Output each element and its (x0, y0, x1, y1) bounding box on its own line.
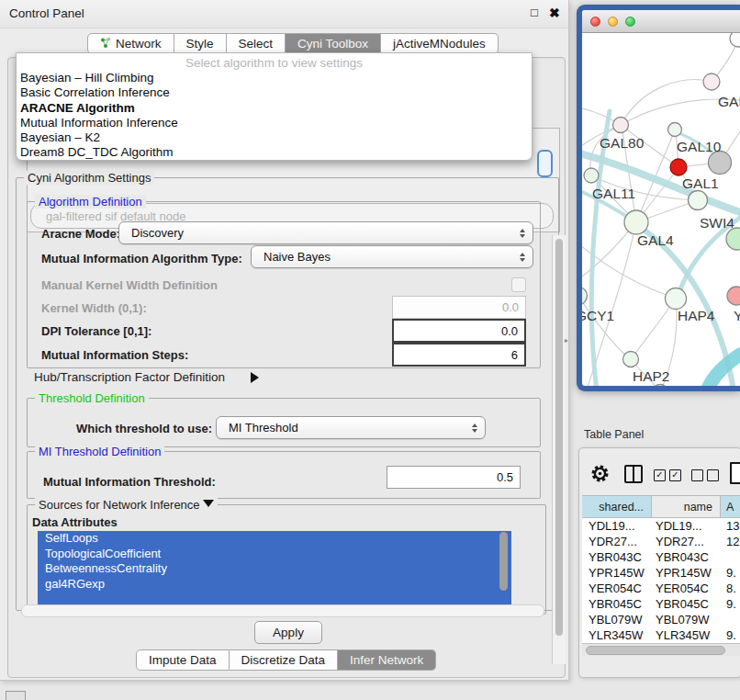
aracne-mode-combo[interactable]: Discovery (118, 221, 533, 244)
table-row[interactable]: YDL19...YDL19...13 (582, 518, 740, 534)
dpi-tolerance-label: DPI Tolerance [0,1]: (41, 324, 151, 338)
stepper-arrows-icon (520, 229, 525, 238)
column-layout-icon[interactable] (624, 465, 643, 483)
network-node-swi4[interactable] (726, 228, 740, 250)
table-hscrollbar-thumb[interactable] (586, 646, 725, 655)
network-node-unlabeled[interactable] (670, 159, 687, 175)
table-hscrollbar[interactable] (582, 643, 740, 656)
tab-select[interactable]: Select (227, 33, 286, 54)
tab-discretize-data[interactable]: Discretize Data (230, 649, 339, 671)
dpi-tolerance-field[interactable]: 0.0 (392, 319, 526, 343)
data-attributes-label: Data Attributes (32, 515, 118, 529)
algorithm-option-aracne-algorithm[interactable]: ARACNE Algorithm (20, 101, 528, 116)
tab-cyni-toolbox[interactable]: Cyni Toolbox (286, 33, 381, 54)
panel-splitter-handle-icon[interactable]: ▸ (565, 336, 568, 344)
attribute-item-selfloops[interactable]: SelfLoops (38, 531, 511, 547)
mi-algorithm-type-combo[interactable]: Naive Bayes (251, 245, 533, 268)
table-cell: YDR27... (652, 535, 721, 548)
network-node-unlabeled[interactable] (709, 152, 732, 175)
attribute-item-betweennesscentrality[interactable]: BetweennessCentrality (38, 561, 511, 577)
gear-icon[interactable] (590, 464, 610, 483)
mi-steps-label: Mutual Information Steps: (41, 348, 188, 362)
checked-checkbox-icon[interactable]: ✓ (654, 469, 666, 481)
apply-button[interactable]: Apply (254, 621, 322, 644)
float-window-icon[interactable]: □ (531, 6, 538, 19)
collapsed-panel-chip[interactable] (6, 691, 26, 700)
stepper-arrows-icon (472, 423, 477, 433)
network-node-gal11[interactable] (584, 168, 599, 183)
table-cell: YLR345W (582, 628, 652, 642)
new-table-icon[interactable] (730, 462, 740, 484)
network-canvas[interactable]: GALGAL80GAL10GAL1GAL11GAL4SWI4GCY1HAP4YH… (582, 33, 740, 387)
algorithm-option-bayesian-hill-climbing[interactable]: Bayesian – Hill Climbing (20, 71, 528, 85)
table-row[interactable]: YBR043CYBR043C (582, 549, 740, 565)
network-node-gal4[interactable] (624, 210, 648, 234)
attribute-item-gal4rgexp[interactable]: gal4RGexp (38, 577, 511, 593)
network-node-gcy1[interactable] (582, 288, 588, 305)
mi-threshold-definition-title: MI Threshold Definition (35, 445, 164, 458)
network-node-gal[interactable] (703, 73, 720, 90)
table-cell: YLR345W (652, 628, 721, 642)
table-row[interactable]: YPR145WYPR145W9. (582, 565, 740, 581)
network-node-unlabeled[interactable] (730, 33, 740, 47)
network-node-gal10[interactable] (668, 123, 682, 137)
network-view-window: GALGAL80GAL10GAL1GAL11GAL4SWI4GCY1HAP4YH… (577, 5, 740, 391)
unchecked-checkbox-icon[interactable] (691, 469, 703, 481)
tab-network[interactable]: Network (87, 33, 174, 54)
attribute-item-partial[interactable] (38, 592, 511, 604)
table-cell: YBL079W (582, 613, 652, 627)
table-row[interactable]: YLR345WYLR345W9. (582, 627, 740, 643)
network-node-label-hap4: HAP4 (678, 308, 715, 323)
settings-vscrollbar[interactable] (552, 235, 566, 664)
column-header-name[interactable]: name (652, 496, 721, 517)
control-panel-titlebar: Control Panel □ ✖ (0, 0, 568, 28)
network-node-label-gal10: GAL10 (677, 139, 722, 154)
manual-kernel-width-label: Manual Kernel Width Definition (41, 278, 218, 292)
zoom-traffic-light-icon[interactable] (625, 17, 635, 27)
table-cell: 13 (721, 519, 740, 533)
table-row[interactable]: YBL079WYBL079W (582, 612, 740, 627)
network-node-label-gal: GAL (718, 94, 740, 109)
close-window-icon[interactable]: ✖ (549, 6, 560, 20)
collapse-down-arrow-icon[interactable] (203, 500, 214, 507)
table-row[interactable]: YDR27...YDR27...12 (582, 534, 740, 549)
algorithm-option-bayesian-k2[interactable]: Bayesian – K2 (20, 130, 528, 145)
attribute-item-topologicalcoefficient[interactable]: TopologicalCoefficient (38, 547, 511, 562)
network-node-y[interactable] (727, 287, 740, 305)
checked-checkbox-icon[interactable]: ✓ (669, 469, 681, 481)
table-row[interactable]: YER054CYER054C8. (582, 581, 740, 596)
close-traffic-light-icon[interactable] (590, 17, 600, 27)
algorithm-option-dream8-dc-tdc-algorithm[interactable]: Dream8 DC_TDC Algorithm (20, 145, 528, 160)
attributes-scrollbar[interactable] (499, 532, 508, 591)
table-cell: 12 (721, 535, 740, 548)
table-cell: 9. (721, 597, 740, 611)
network-node-hap4[interactable] (666, 288, 687, 310)
network-edge[interactable] (591, 111, 610, 387)
manual-kernel-width-checkbox[interactable] (511, 277, 526, 292)
data-attributes-list[interactable]: SelfLoopsTopologicalCoefficientBetweenne… (38, 531, 511, 604)
mi-steps-field[interactable]: 6 (392, 343, 526, 367)
table-header-row: shared...nameA (582, 495, 740, 518)
tab-style[interactable]: Style (174, 33, 227, 54)
mi-algorithm-type-label: Mutual Information Algorithm Type: (41, 252, 242, 265)
tab-jactivemnodules[interactable]: jActiveMNodules (381, 33, 499, 54)
algorithm-option-mutual-information-inference[interactable]: Mutual Information Inference (20, 116, 528, 130)
column-header-shared-[interactable]: shared... (582, 496, 652, 517)
tab-infer-network[interactable]: Infer Network (338, 649, 436, 671)
tab-impute-data[interactable]: Impute Data (136, 649, 230, 671)
column-header-a[interactable]: A (721, 496, 740, 517)
table-row[interactable]: YBR045CYBR045C9. (582, 596, 740, 612)
network-node-hap2[interactable] (623, 352, 639, 367)
which-threshold-combo[interactable]: MI Threshold (216, 416, 486, 439)
unchecked-checkbox-icon[interactable] (707, 469, 719, 481)
kernel-width-label: Kernel Width (0,1): (41, 301, 147, 315)
settings-vscrollbar-thumb[interactable] (555, 239, 563, 636)
mi-threshold-field[interactable]: 0.5 (387, 466, 521, 489)
minimize-traffic-light-icon[interactable] (608, 17, 618, 27)
network-node-gal80[interactable] (613, 118, 629, 133)
expand-right-arrow-icon[interactable] (251, 369, 259, 386)
settings-hscrollbar[interactable] (21, 604, 544, 617)
network-node-gal1[interactable] (689, 191, 708, 210)
kernel-width-field[interactable]: 0.0 (392, 296, 526, 319)
algorithm-option-basic-correlation-inference[interactable]: Basic Correlation Inference (20, 85, 528, 100)
